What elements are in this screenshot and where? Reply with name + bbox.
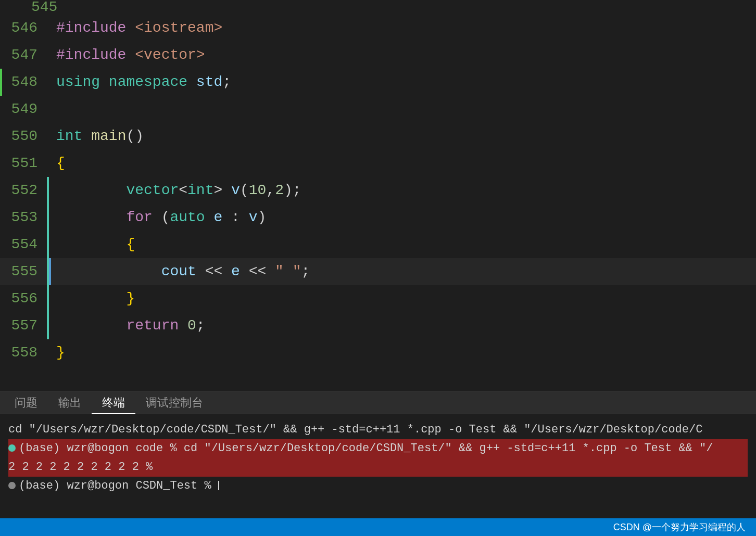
code-line-558: 558}: [0, 339, 756, 366]
partial-top-line: 545: [0, 0, 756, 15]
terminal-line: 2 2 2 2 2 2 2 2 2 2 %: [8, 458, 748, 477]
code-line-549: 549: [0, 96, 756, 123]
terminal-line: cd "/Users/wzr/Desktop/code/CSDN_Test/" …: [8, 420, 748, 439]
terminal-content[interactable]: cd "/Users/wzr/Desktop/code/CSDN_Test/" …: [0, 414, 756, 518]
line-content-550: int main(): [52, 123, 756, 150]
terminal-dot-gray: [8, 482, 16, 489]
panel-tab-问题[interactable]: 问题: [4, 391, 48, 414]
line-number-549: 549: [0, 96, 47, 123]
code-editor: 545 546#include <iostream>547#include <v…: [0, 0, 756, 391]
code-line-550: 550int main(): [0, 123, 756, 150]
terminal-line: (base) wzr@bogon CSDN_Test %: [8, 477, 748, 495]
panel-tab-输出[interactable]: 输出: [48, 391, 92, 414]
line-content-556: }: [52, 285, 756, 312]
status-text: CSDN @一个努力学习编程的人: [613, 521, 746, 533]
line-number-547: 547: [0, 42, 47, 69]
line-content-548: using namespace std;: [52, 69, 756, 96]
line-content-549: [52, 96, 756, 123]
line-number-556: 556: [0, 285, 47, 312]
code-line-556: 556 }: [0, 285, 756, 312]
line-content-546: #include <iostream>: [52, 15, 756, 42]
code-line-555: 555 cout << e << " ";: [0, 258, 756, 285]
code-line-557: 557 return 0;: [0, 312, 756, 339]
panel-tab-调试控制台[interactable]: 调试控制台: [135, 391, 213, 414]
line-number-548: 548: [0, 69, 47, 96]
terminal-dot-green: [8, 444, 16, 452]
panel-tabs: 问题输出终端调试控制台: [0, 391, 756, 414]
line-number-551: 551: [0, 150, 47, 177]
line-number-552: 552: [0, 177, 47, 204]
line-number-554: 554: [0, 231, 47, 258]
code-line-551: 551{: [0, 150, 756, 177]
line-number-550: 550: [0, 123, 47, 150]
code-lines: 546#include <iostream>547#include <vecto…: [0, 15, 756, 366]
line-number-553: 553: [0, 204, 47, 231]
line-number-546: 546: [0, 15, 47, 42]
code-line-546: 546#include <iostream>: [0, 15, 756, 42]
panel-tab-终端[interactable]: 终端: [92, 391, 135, 414]
code-line-553: 553 for (auto e : v): [0, 204, 756, 231]
code-line-554: 554 {: [0, 231, 756, 258]
line-number-557: 557: [0, 312, 47, 339]
line-number-555: 555: [0, 258, 47, 285]
line-content-553: for (auto e : v): [52, 204, 756, 231]
terminal-line: (base) wzr@bogon code % cd "/Users/wzr/D…: [8, 439, 748, 458]
terminal-cursor: [218, 481, 219, 490]
scope-bar-inner: [49, 258, 51, 285]
line-content-554: {: [52, 231, 756, 258]
code-line-547: 547#include <vector>: [0, 42, 756, 69]
line-number-558: 558: [0, 339, 47, 366]
line-content-552: vector<int> v(10,2);: [52, 177, 756, 204]
code-line-552: 552 vector<int> v(10,2);: [0, 177, 756, 204]
line-content-557: return 0;: [52, 312, 756, 339]
line-content-551: {: [52, 150, 756, 177]
line-content-558: }: [52, 339, 756, 366]
status-bar: CSDN @一个努力学习编程的人: [0, 518, 756, 536]
line-content-547: #include <vector>: [52, 42, 756, 69]
code-line-548: 548using namespace std;: [0, 69, 756, 96]
line-content-555: cout << e << " ";: [52, 258, 756, 285]
panel: 问题输出终端调试控制台 cd "/Users/wzr/Desktop/code/…: [0, 391, 756, 518]
